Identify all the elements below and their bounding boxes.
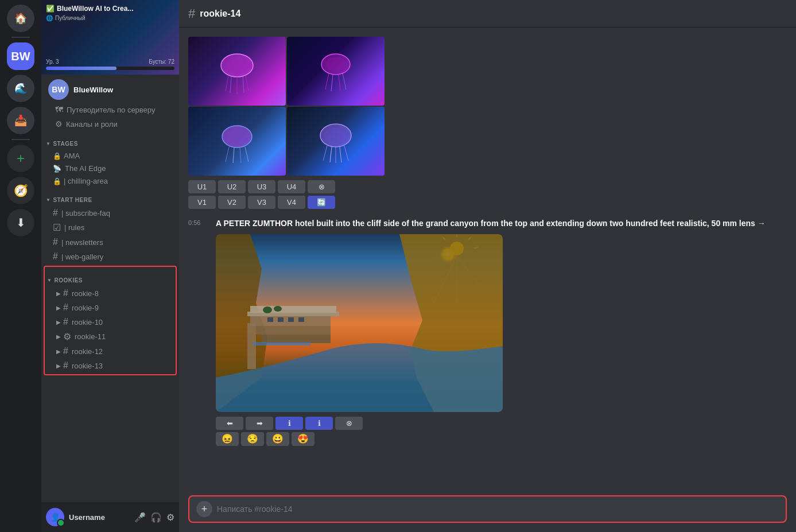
server-sidebar: ✅ BlueWillow AI to Crea... 🌐 Публичный У…	[41, 0, 179, 532]
svg-point-8	[325, 57, 346, 71]
v2-button[interactable]: V2	[218, 196, 246, 209]
channel-newsletters[interactable]: # | newsletters	[46, 235, 174, 249]
server-name: BlueWillow AI to Crea...	[57, 5, 133, 13]
hotel-btn-2[interactable]: ➡	[246, 417, 273, 430]
message-content: A PETER ZUMTHOR hotel built into the cli…	[216, 218, 787, 446]
message-input[interactable]	[217, 504, 779, 514]
channel-rookie8-label: rookie-8	[72, 289, 99, 298]
channel-rookie-12[interactable]: ▶ # rookie-12	[49, 344, 171, 358]
category-stages[interactable]: ▼ STAGES	[41, 131, 179, 149]
level-bar-bg	[46, 67, 174, 70]
hotel-btn-3[interactable]: ℹ	[275, 417, 303, 430]
channel-rookie-8[interactable]: ▶ # rookie-8	[49, 286, 171, 300]
nav-server-guide[interactable]: 🗺 Путеводитель по серверу	[46, 103, 174, 117]
svg-line-16	[233, 147, 234, 163]
reaction-btn-1[interactable]: 😖	[216, 432, 239, 446]
stages-label: STAGES	[53, 141, 77, 147]
user-bar-icons: 🎤 🎧 ⚙	[134, 512, 174, 523]
server-icon-dl[interactable]: 📥	[7, 107, 34, 134]
channel-rookie-13[interactable]: ▶ # rookie-13	[49, 359, 171, 372]
add-server-button[interactable]: +	[7, 145, 34, 172]
message-hotel-row: 0:56 A PETER ZUMTHOR hotel built into th…	[188, 218, 787, 446]
server-header: ✅ BlueWillow AI to Crea... 🌐 Публичный У…	[41, 0, 179, 98]
public-badge: 🌐 Публичный	[46, 15, 174, 21]
svg-point-14	[226, 129, 248, 145]
channel-rookie9-label: rookie-9	[72, 304, 99, 312]
download-button[interactable]: ⬇	[7, 209, 34, 236]
settings-icon[interactable]: ⚙	[166, 512, 174, 523]
hotel-cancel-btn[interactable]: ⊗	[335, 417, 363, 430]
action-row-1: U1 U2 U3 U4 ⊗	[188, 180, 787, 193]
headphone-icon[interactable]: 🎧	[150, 512, 162, 523]
thread-icon-3: ▶	[56, 319, 61, 325]
category-start-here[interactable]: ▼ START HERE	[41, 188, 179, 205]
u3-button[interactable]: U3	[248, 180, 275, 193]
server-icon-boat[interactable]: 🌊	[7, 75, 34, 102]
u1-button[interactable]: U1	[188, 180, 216, 193]
channel-header: # rookie-14	[179, 0, 796, 28]
hash-r13: #	[63, 360, 68, 371]
reaction-btn-3[interactable]: 😀	[266, 432, 289, 446]
v4-button[interactable]: V4	[278, 196, 305, 209]
channel-subscribe-faq[interactable]: # | subscribe-faq	[46, 206, 174, 220]
discover-button[interactable]: 🧭	[7, 177, 34, 204]
hotel-action-row-1: ⬅ ➡ ℹ ℹ ⊗	[216, 417, 787, 430]
channel-rules[interactable]: ☑ | rules	[46, 220, 174, 235]
svg-line-21	[323, 146, 327, 161]
v1-button[interactable]: V1	[188, 196, 216, 209]
sidebar-divider-2	[11, 139, 30, 140]
svg-line-11	[339, 75, 340, 91]
hotel-btn-4[interactable]: ℹ	[305, 417, 333, 430]
svg-line-22	[330, 147, 332, 162]
reaction-btn-4[interactable]: 😍	[292, 432, 314, 446]
channel-list: 🗺 Путеводитель по серверу ⚙ Каналы и рол…	[41, 98, 179, 502]
svg-rect-37	[256, 326, 331, 335]
verified-icon: ✅	[46, 5, 55, 13]
channel-rookie12-label: rookie-12	[72, 347, 103, 356]
nav-channels-roles[interactable]: ⚙ Каналы и роли	[46, 117, 174, 131]
messages-area[interactable]: U1 U2 U3 U4 ⊗ V1 V2 V3 V4 🔄 0:56 A	[179, 28, 796, 495]
category-rookies[interactable]: ▼ ROOKIES	[45, 268, 176, 286]
home-icon[interactable]: 🏠	[7, 5, 34, 32]
hash-r12: #	[63, 346, 68, 356]
channel-ama[interactable]: 🔒 AMA	[46, 150, 174, 162]
canyon-hotel-image	[216, 234, 503, 412]
hash-icon-3: #	[53, 237, 58, 247]
username: Username	[69, 513, 130, 522]
svg-line-9	[325, 73, 329, 90]
channel-hash-icon: #	[188, 6, 195, 21]
svg-line-15	[226, 147, 229, 162]
bw-logo-row: BW BlueWillow	[41, 75, 179, 104]
channel-ai-edge[interactable]: 📡 The AI Edge	[46, 162, 174, 174]
add-attachment-button[interactable]: +	[196, 501, 212, 517]
channel-rookie-11[interactable]: ▶ ⚙ rookie-11	[49, 329, 171, 344]
level-bar-section: Ур. 3 Бусты: 72	[46, 59, 174, 70]
refresh-button[interactable]: 🔄	[308, 196, 335, 209]
cancel-button-1[interactable]: ⊗	[308, 180, 335, 193]
svg-rect-38	[262, 335, 331, 343]
channel-rookie-10[interactable]: ▶ # rookie-10	[49, 315, 171, 329]
server-icon-bw[interactable]: BW	[7, 42, 34, 70]
hash-icon-4: #	[53, 251, 58, 262]
thread-icon-4: ▶	[56, 333, 61, 340]
channel-newsletters-label: | newsletters	[61, 238, 103, 247]
jellyfish-img-1	[188, 37, 286, 106]
message-jellyfish-group: U1 U2 U3 U4 ⊗ V1 V2 V3 V4 🔄	[188, 37, 787, 209]
thread-icon-6: ▶	[56, 363, 61, 369]
channel-web-gallery-label: | web-gallery	[61, 253, 103, 261]
channel-chilling[interactable]: 🔒 | chilling-area	[46, 175, 174, 187]
user-avatar: 👤	[46, 508, 64, 526]
u4-button[interactable]: U4	[278, 180, 305, 193]
u2-button[interactable]: U2	[218, 180, 246, 193]
v3-button[interactable]: V3	[248, 196, 275, 209]
channel-web-gallery[interactable]: # | web-gallery	[46, 250, 174, 263]
guide-icon: 🗺	[55, 105, 63, 114]
mic-icon[interactable]: 🎤	[134, 512, 146, 523]
thread-icon-5: ▶	[56, 348, 61, 355]
hotel-btn-1[interactable]: ⬅	[216, 417, 243, 430]
hash-r9: #	[63, 302, 68, 313]
reaction-btn-2[interactable]: 😒	[241, 432, 264, 446]
svg-line-5	[243, 77, 244, 93]
svg-line-25	[344, 146, 348, 161]
channel-rookie-9[interactable]: ▶ # rookie-9	[49, 301, 171, 314]
